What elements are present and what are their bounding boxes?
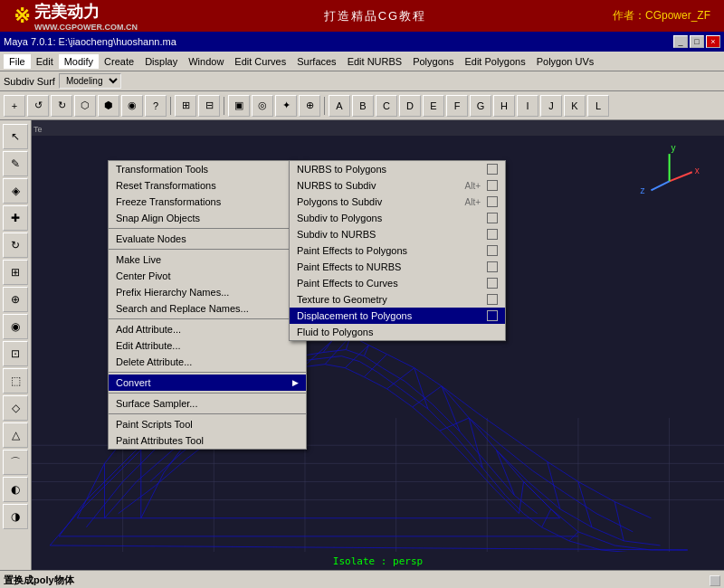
- tool-icon-a[interactable]: A: [329, 95, 350, 117]
- menu-edit[interactable]: Edit: [31, 54, 59, 69]
- tool-icon-cam[interactable]: ◎: [252, 95, 273, 117]
- scale-tool[interactable]: ⊞: [3, 260, 28, 285]
- status-bar: 置换成poly物体: [0, 570, 724, 588]
- tool-icon-4[interactable]: ⬡: [74, 95, 96, 117]
- window-controls[interactable]: _ □ ×: [673, 35, 720, 48]
- convert-submenu[interactable]: NURBS to Polygons NURBS to Subdiv Alt+ P…: [289, 160, 506, 341]
- convert-paintfx-polygons[interactable]: Paint Effects to Polygons: [290, 242, 505, 259]
- tool-icon-7[interactable]: ?: [145, 95, 167, 117]
- option-box-icon-5[interactable]: [487, 229, 498, 240]
- option-box-icon-7[interactable]: [487, 261, 498, 272]
- option-box-icon-4[interactable]: [487, 213, 498, 223]
- menu-center-pivot[interactable]: Center Pivot: [109, 268, 306, 284]
- move-tool[interactable]: ✚: [3, 205, 28, 231]
- menu-reset-transformations[interactable]: Reset Transformations□: [109, 177, 306, 194]
- modify-menu[interactable]: Transformation Tools▶ Reset Transformati…: [108, 160, 307, 450]
- menu-freeze-transformations[interactable]: Freeze Transformations□: [109, 194, 306, 210]
- curve-tool[interactable]: ⌒: [3, 450, 28, 475]
- close-button[interactable]: ×: [706, 35, 720, 48]
- option-box-icon-6[interactable]: [487, 245, 498, 256]
- tool-icon-c[interactable]: C: [376, 95, 397, 117]
- menu-delete-attribute[interactable]: Delete Attribute...: [109, 354, 306, 370]
- tool-icon-h[interactable]: H: [493, 95, 515, 117]
- menu-surfaces[interactable]: Surfaces: [291, 54, 341, 69]
- convert-texture-geometry[interactable]: Texture to Geometry: [290, 291, 505, 308]
- menu-display[interactable]: Display: [139, 54, 183, 69]
- menu-transformation-tools[interactable]: Transformation Tools▶: [109, 161, 306, 177]
- menu-edit-polygons[interactable]: Edit Polygons: [459, 54, 530, 69]
- tool-icon-move[interactable]: ⊕: [299, 95, 320, 117]
- cloth-tool[interactable]: ◑: [3, 504, 28, 529]
- menu-prefix-hierarchy[interactable]: Prefix Hierarchy Names...: [109, 284, 306, 300]
- paint-tool[interactable]: ✎: [3, 151, 28, 176]
- menu-evaluate-nodes[interactable]: Evaluate Nodes▶: [109, 231, 306, 247]
- menu-file[interactable]: File: [4, 54, 31, 69]
- tool-icon-1[interactable]: +: [4, 95, 25, 117]
- menu-paint-attributes[interactable]: Paint Attributes Tool: [109, 432, 306, 449]
- tool-icon-2[interactable]: ↺: [27, 95, 49, 117]
- tool-icon-render[interactable]: ▣: [228, 95, 250, 117]
- convert-paintfx-curves[interactable]: Paint Effects to Curves: [290, 275, 505, 291]
- soft-sel-tool[interactable]: ◉: [3, 314, 28, 339]
- convert-fluid-polygons[interactable]: Fluid to Polygons: [290, 324, 505, 340]
- minimize-button[interactable]: _: [673, 35, 688, 48]
- attr-tool[interactable]: △: [3, 422, 28, 448]
- menu-snap-align[interactable]: Snap Align Objects▶: [109, 210, 306, 226]
- menu-edit-attribute[interactable]: Edit Attribute...: [109, 337, 306, 354]
- sculpt-tool[interactable]: ◐: [3, 477, 28, 502]
- tool-icon-l[interactable]: L: [587, 95, 609, 117]
- tool-icon-b[interactable]: B: [352, 95, 374, 117]
- rotate-tool[interactable]: ↻: [3, 232, 28, 258]
- tool-icon-snap2[interactable]: ⊟: [198, 95, 220, 117]
- convert-displacement-polygons[interactable]: Displacement to Polygons: [290, 308, 505, 324]
- convert-nurbs-polygons[interactable]: NURBS to Polygons: [290, 161, 505, 177]
- convert-polygons-subdiv[interactable]: Polygons to Subdiv Alt+: [290, 194, 505, 210]
- snap-tool[interactable]: ◇: [3, 395, 28, 421]
- menu-paint-scripts[interactable]: Paint Scripts Tool: [109, 416, 306, 432]
- option-box-icon-3[interactable]: [487, 196, 498, 207]
- menu-search-replace[interactable]: Search and Replace Names...: [109, 300, 306, 317]
- tool-icon-g[interactable]: G: [470, 95, 491, 117]
- tool-icon-i[interactable]: I: [517, 95, 538, 117]
- tool-icon-6[interactable]: ◉: [121, 95, 143, 117]
- option-box-icon-8[interactable]: [487, 278, 498, 289]
- lasso-tool[interactable]: ⊡: [3, 341, 28, 366]
- module-dropdown[interactable]: Modeling: [59, 73, 121, 89]
- menu-surface-sampler[interactable]: Surface Sampler...: [109, 395, 306, 412]
- menu-add-attribute[interactable]: Add Attribute...: [109, 321, 306, 337]
- tool-icon-3[interactable]: ↻: [51, 95, 72, 117]
- convert-nurbs-subdiv[interactable]: NURBS to Subdiv Alt+: [290, 177, 505, 194]
- brand-tagline: 打造精品CG教程: [324, 8, 427, 24]
- menu-create[interactable]: Create: [99, 54, 139, 69]
- tool-icon-f[interactable]: F: [446, 95, 468, 117]
- left-toolbar: ↖ ✎ ◈ ✚ ↻ ⊞ ⊕ ◉ ⊡ ⬚ ◇ △ ⌒ ◐ ◑: [0, 120, 32, 570]
- option-box-icon-2[interactable]: [487, 180, 498, 191]
- menu-polygons[interactable]: Polygons: [407, 54, 459, 69]
- menu-modify[interactable]: Modify: [59, 54, 99, 69]
- tool-icon-snap[interactable]: ⊞: [175, 95, 196, 117]
- convert-paintfx-nurbs[interactable]: Paint Effects to NURBS: [290, 259, 505, 275]
- rect-sel-tool[interactable]: ⬚: [3, 368, 28, 394]
- maximize-button[interactable]: □: [690, 35, 704, 48]
- tool-icon-light[interactable]: ✦: [275, 95, 297, 117]
- menu-make-live[interactable]: Make Live: [109, 251, 306, 268]
- menu-bar[interactable]: File Edit Modify Create Display Window E…: [0, 52, 724, 71]
- tool-icon-k[interactable]: K: [564, 95, 586, 117]
- option-box-icon-9[interactable]: [487, 294, 498, 305]
- tool-icon-j[interactable]: J: [540, 95, 562, 117]
- menu-polygon-uvs[interactable]: Polygon UVs: [531, 54, 600, 69]
- tool-icon-e[interactable]: E: [423, 95, 444, 117]
- menu-window[interactable]: Window: [183, 54, 229, 69]
- option-box-icon[interactable]: [487, 164, 498, 175]
- brush-tool[interactable]: ◈: [3, 178, 28, 204]
- menu-edit-curves[interactable]: Edit Curves: [229, 54, 291, 69]
- convert-subdiv-polygons[interactable]: Subdiv to Polygons: [290, 210, 505, 226]
- option-box-icon-10[interactable]: [487, 310, 498, 321]
- tool-icon-5[interactable]: ⬢: [98, 95, 119, 117]
- menu-edit-nurbs[interactable]: Edit NURBS: [342, 54, 408, 69]
- select-tool[interactable]: ↖: [3, 124, 28, 149]
- menu-convert[interactable]: Convert▶: [109, 375, 306, 391]
- convert-subdiv-nurbs[interactable]: Subdiv to NURBS: [290, 226, 505, 242]
- universal-tool[interactable]: ⊕: [3, 287, 28, 312]
- tool-icon-d[interactable]: D: [399, 95, 421, 117]
